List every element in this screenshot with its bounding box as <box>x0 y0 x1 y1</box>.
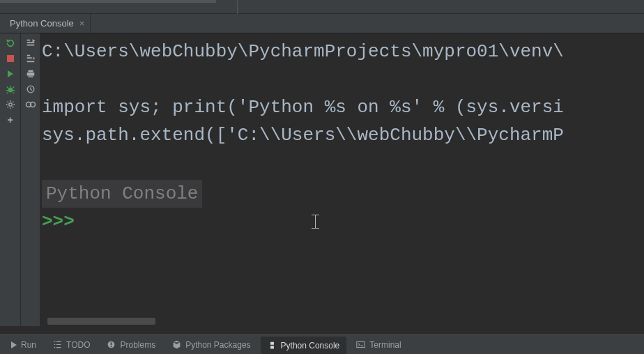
toolbar-run[interactable]: Run <box>4 335 43 354</box>
run-icon[interactable] <box>5 68 16 79</box>
close-icon[interactable]: × <box>79 18 85 29</box>
svg-rect-9 <box>111 342 112 345</box>
svg-rect-2 <box>28 70 33 72</box>
top-highlight <box>0 0 216 3</box>
editor-top-strip <box>0 0 644 14</box>
svg-point-0 <box>8 87 13 92</box>
toolbar-todo[interactable]: TODO <box>46 335 97 354</box>
console-prompt-row[interactable]: >>> <box>40 208 644 236</box>
text-cursor-icon <box>312 215 319 229</box>
toolbar-terminal[interactable]: Terminal <box>349 335 408 354</box>
print-icon[interactable] <box>25 68 36 79</box>
toolbar-python-packages[interactable]: Python Packages <box>165 335 257 354</box>
tab-python-console[interactable]: Python Console × <box>0 14 91 33</box>
console-line-syspath: sys.path.extend(['C:\\Users\\webChubby\\… <box>40 121 644 149</box>
settings-icon[interactable] <box>5 99 16 110</box>
svg-point-1 <box>8 103 11 106</box>
svg-rect-10 <box>111 346 112 348</box>
packages-icon <box>172 340 181 349</box>
scroll-end-icon[interactable] <box>25 53 36 64</box>
console-output[interactable]: C:\Users\webChubby\PycharmProjects\mypro… <box>40 33 644 326</box>
bottom-tool-bar: Run TODO Problems Python Packages Python… <box>0 334 644 354</box>
python-icon <box>268 341 277 350</box>
toolbar-label: Problems <box>120 340 155 350</box>
console-session-label-row: Python Console <box>40 180 644 208</box>
tab-label: Python Console <box>10 18 74 29</box>
todo-icon <box>53 340 62 349</box>
new-console-icon[interactable]: + <box>5 114 16 125</box>
left-toolbar-primary: + <box>0 33 21 326</box>
svg-rect-11 <box>357 341 365 347</box>
problems-icon <box>107 340 116 349</box>
top-separator <box>237 0 238 14</box>
scroll-thumb[interactable] <box>47 318 155 325</box>
history-icon[interactable] <box>25 84 36 95</box>
toolbar-python-console[interactable]: Python Console <box>261 335 347 354</box>
console-line-path: C:\Users\webChubby\PycharmProjects\mypro… <box>40 38 644 66</box>
toolbar-problems[interactable]: Problems <box>100 335 162 354</box>
toolbar-label: Python Packages <box>185 340 250 350</box>
debug-icon[interactable] <box>5 84 16 95</box>
show-vars-icon[interactable] <box>25 38 36 49</box>
tool-window-tabs: Python Console × <box>0 14 644 33</box>
rerun-icon[interactable] <box>5 38 16 49</box>
console-line-import: import sys; print('Python %s on %s' % (s… <box>40 93 644 121</box>
console-blank-line <box>40 66 644 93</box>
left-toolbar-secondary <box>21 33 40 326</box>
console-blank-line2 <box>40 149 644 180</box>
console-session-label: Python Console <box>42 180 202 208</box>
toolbar-label: Python Console <box>281 341 340 351</box>
svg-rect-4 <box>28 75 33 78</box>
toolbar-label: Terminal <box>369 340 401 350</box>
run-icon <box>11 341 17 348</box>
link-icon[interactable] <box>25 99 36 110</box>
stop-icon[interactable] <box>5 53 16 64</box>
toolbar-label: Run <box>21 340 36 350</box>
console-body: + C:\Users\webChubby\PycharmProjects\myp… <box>0 33 644 326</box>
toolbar-label: TODO <box>66 340 90 350</box>
horizontal-scrollbar[interactable] <box>40 318 644 325</box>
console-prompt: >>> <box>40 208 75 236</box>
terminal-icon <box>356 340 365 349</box>
